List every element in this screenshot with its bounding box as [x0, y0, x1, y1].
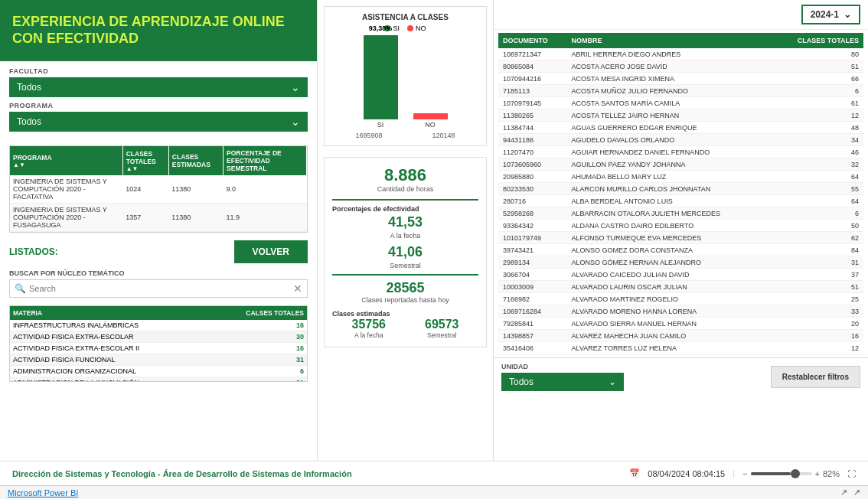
- zoom-fill: [751, 472, 791, 475]
- share-icon[interactable]: ↗: [840, 488, 847, 497]
- table-row: 80865084ACOSTA ACERO JOSE DAVID51: [498, 60, 863, 73]
- unidad-wrapper: UNIDAD Todos ⌄: [501, 363, 624, 391]
- powerbi-link[interactable]: Microsoft Power BI: [8, 488, 78, 497]
- table-row: 1073605960AGUILLON PAEZ YANDY JOHANNA32: [498, 158, 863, 171]
- bar-no-label: NO: [425, 121, 436, 129]
- list-item: ACTIVIDAD FISICA EXTRA-ESCOLAR II16: [10, 343, 307, 354]
- clases-estimadas-label: Clases estimadas: [332, 310, 478, 318]
- list-item: ADMINISTRACION ORGANIZACIONAL6: [10, 366, 307, 377]
- bar-si: 93,38%: [364, 35, 398, 119]
- year-arrow-icon: ⌄: [844, 9, 851, 20]
- est-semestral-col: 69573 Semestral: [425, 318, 459, 339]
- bar-si-label: SI: [377, 121, 384, 129]
- bar-no: [413, 113, 448, 119]
- table-row: INGENIERIA DE SISTEMAS Y COMPUTACIÓN 202…: [10, 204, 307, 232]
- content-area: EXPERIENCIA DE APRENDIZAJE ONLINE CON EF…: [0, 0, 868, 461]
- legend-no-label: NO: [416, 24, 426, 32]
- facultad-filter: FACULTAD Todos ⌄ PROGRAMA Todos ⌄: [0, 61, 317, 142]
- chart-legend: SI NO: [331, 24, 480, 32]
- zoom-minus[interactable]: −: [742, 469, 747, 478]
- footer-text: Dirección de Sistemas y Tecnología - Áre…: [12, 469, 352, 478]
- zoom-value: 82%: [823, 469, 840, 478]
- legend-si-label: SI: [393, 24, 400, 32]
- table-row: 1069721347ABRIL HERRERA DIEGO ANDRES80: [498, 48, 863, 60]
- calendar-icon: 📅: [629, 468, 640, 478]
- programa-arrow-icon: ⌄: [291, 116, 300, 128]
- student-table: DOCUMENTO NOMBRE CLASES TOTALES 10697213…: [498, 33, 863, 354]
- unidad-arrow-icon: ⌄: [609, 377, 616, 387]
- unidad-dropdown[interactable]: Todos ⌄: [501, 373, 624, 391]
- restablecer-button[interactable]: Restablecer filtros: [771, 366, 860, 388]
- fullscreen-icon[interactable]: ⛶: [847, 469, 856, 478]
- unidad-section: UNIDAD Todos ⌄ Restablecer filtros: [494, 357, 868, 396]
- listados-label: LISTADOS:: [9, 246, 58, 257]
- col-programa: PROGRAMA▲▼: [10, 146, 122, 175]
- facultad-value: Todos: [17, 82, 41, 93]
- volver-button[interactable]: VOLVER: [234, 240, 308, 263]
- table-row: 1053332958ALVAREZ ZAMBRANO JEFFERSON LEO…: [498, 354, 863, 355]
- facultad-dropdown[interactable]: Todos ⌄: [9, 77, 308, 97]
- col-porcentaje: PORCENTAJE DE EFECTIVIDAD SEMESTRAL: [224, 146, 307, 175]
- year-dropdown[interactable]: 2024-1 ⌄: [801, 5, 860, 24]
- search-box: 🔍 ✕: [9, 279, 308, 298]
- expand-icon[interactable]: ↗: [853, 488, 860, 497]
- col-documento: DOCUMENTO: [498, 33, 567, 48]
- table-row: 10003009ALVARADO LAURIN OSCAR JULIAN51: [498, 281, 863, 293]
- semestral-value: 41,06: [332, 244, 478, 260]
- table-row: 1070979145ACOSTA SANTOS MARÍA CAMILA61: [498, 97, 863, 109]
- table-row: 1070944216ACOSTA MESA INGRID XIMENA66: [498, 73, 863, 85]
- col-nombre: NOMBRE: [567, 33, 775, 48]
- search-input[interactable]: [29, 284, 293, 293]
- footer-datetime: 08/04/2024 08:04:15: [648, 469, 725, 478]
- table-row: 7185113ACOSTA MUÑOZ JULIO FERNANDO6: [498, 85, 863, 97]
- zoom-section: − + 82%: [742, 469, 840, 478]
- table-row: 11380265ACOSTA TELLEZ JAIRO HERNAN12: [498, 109, 863, 122]
- list-item: ADMINISTRACION DE LA INNOVACIÓN31: [10, 377, 307, 383]
- col-clases-totales: CLASES TOTALES▲▼: [122, 146, 168, 175]
- table-row: 11207470AGUIAR HERNANDEZ DANIEL FERNANDO…: [498, 146, 863, 158]
- chart-no-value: 120148: [432, 132, 455, 139]
- zoom-plus[interactable]: +: [815, 469, 820, 478]
- left-panel: EXPERIENCIA DE APRENDIZAJE ONLINE CON EF…: [0, 0, 318, 461]
- search-icon: 🔍: [15, 283, 26, 294]
- chart-si-value: 1695908: [355, 132, 382, 139]
- legend-no-dot: [407, 25, 413, 31]
- right-header: 2024-1 ⌄: [494, 0, 868, 30]
- table-row: 35416406ALVAREZ TORRES LUZ HELENA12: [498, 342, 863, 354]
- buscar-section: BUSCAR POR NÚCLEO TEMÁTICO 🔍 ✕: [0, 268, 317, 302]
- zoom-bar: [751, 472, 812, 475]
- programa-table: PROGRAMA▲▼ CLASES TOTALES▲▼ CLASES ESTIM…: [9, 145, 308, 233]
- efectividad-label: Porcentajes de efectividad: [332, 205, 478, 213]
- est-fecha-label: A la fecha: [352, 331, 387, 339]
- legend-no: NO: [407, 24, 426, 32]
- est-semestral-value: 69573: [425, 318, 459, 331]
- est-fecha-value: 35756: [352, 318, 387, 331]
- table-row: 79285841ALVARADO SIERRA MANUEL HERNAN20: [498, 318, 863, 330]
- clases-reportadas-label: Clases reportadas hasta hoy: [332, 296, 478, 304]
- clear-icon[interactable]: ✕: [293, 282, 302, 295]
- list-item: ACTIVIDAD FISICA EXTRA-ESCOLAR30: [10, 331, 307, 343]
- bar-no-col: NO: [413, 113, 448, 129]
- listados-section: LISTADOS: VOLVER: [0, 236, 317, 268]
- programa-label: PROGRAMA: [9, 102, 308, 109]
- fecha-label: A la fecha: [332, 232, 478, 240]
- programa-value: Todos: [17, 116, 41, 127]
- app-title: EXPERIENCIA DE APRENDIZAJE ONLINE CON EF…: [12, 14, 305, 47]
- right-panel: 2024-1 ⌄ DOCUMENTO NOMBRE CLASES TOTALES…: [494, 0, 868, 461]
- col-calses: CALSES TOTALES: [210, 306, 307, 320]
- divider: |: [733, 469, 735, 478]
- table-row: 280716ALBA BERDEAL ANTONIO LUIS64: [498, 195, 863, 207]
- table-row: 14398857ALVAREZ MAHECHA JUAN CAMILO16: [498, 330, 863, 342]
- bar-si-percent: 93,38%: [369, 24, 393, 32]
- main-container: EXPERIENCIA DE APRENDIZAJE ONLINE CON EF…: [0, 0, 868, 499]
- unidad-value: Todos: [509, 377, 534, 387]
- table-row: 3066704ALVARADO CAICEDO JULIAN DAVID37: [498, 269, 863, 281]
- table-row: 11384744AGUAS GUERRERO EDGAR ENRIQUE48: [498, 122, 863, 134]
- stats-section: 8.886 Cantidad de horas Porcentajes de e…: [324, 157, 487, 347]
- buscar-label: BUSCAR POR NÚCLEO TEMÁTICO: [9, 269, 308, 277]
- year-value: 2024-1: [811, 9, 839, 20]
- table-row: 7166982ALVARADO MARTINEZ ROGELIO25: [498, 293, 863, 305]
- bar-si-col: 93,38% SI: [364, 35, 398, 129]
- programa-dropdown[interactable]: Todos ⌄: [9, 112, 308, 132]
- zoom-thumb[interactable]: [791, 469, 800, 478]
